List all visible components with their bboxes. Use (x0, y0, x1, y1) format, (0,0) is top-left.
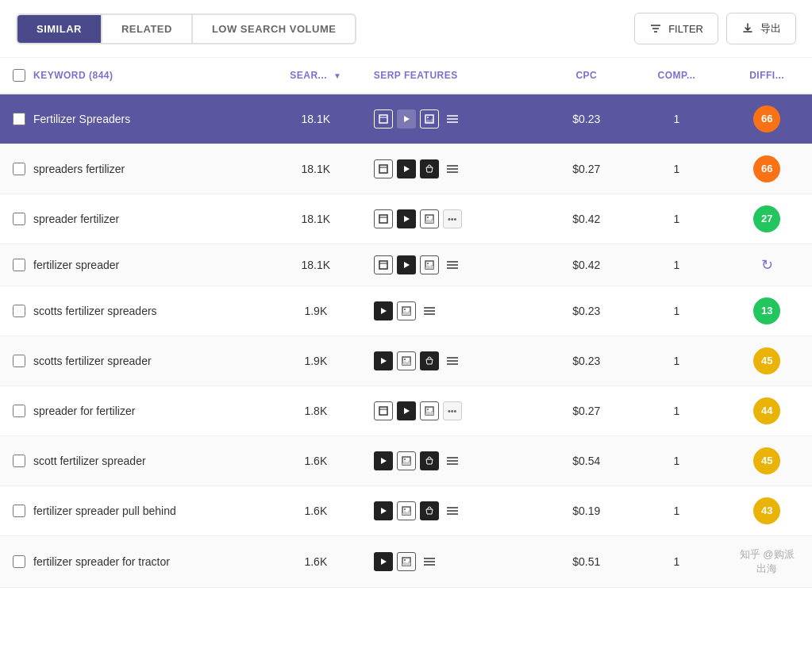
row-checkbox[interactable] (13, 259, 25, 271)
serp-features-cell (374, 109, 529, 129)
serp-list-icon (443, 255, 462, 274)
diff-loading-icon: ↻ (761, 257, 773, 273)
tab-group: SIMILAR RELATED LOW SEARCH VOLUME (16, 13, 356, 44)
comp-header: COMP... (632, 58, 722, 94)
serp-list-icon (443, 351, 462, 370)
filter-label: FILTER (668, 23, 703, 35)
search-volume-cell: 18.1K (271, 94, 361, 144)
action-group: FILTER 导出 (634, 13, 796, 44)
table-row: fertilizer spreader 18.1K $0.42 1 ↻ (0, 244, 812, 286)
row-checkbox[interactable] (13, 305, 25, 317)
search-volume-cell: 1.6K (271, 486, 361, 536)
table-row: spreader fertilizer 18.1K ••• $0.42 1 27 (0, 194, 812, 244)
svg-point-46 (427, 409, 429, 410)
diff-badge: 27 (753, 205, 780, 232)
serp-features-cell (374, 255, 529, 274)
serp-image-icon (397, 301, 416, 320)
serp-video-icon (374, 301, 393, 320)
sort-arrow-icon: ▼ (333, 71, 341, 80)
row-checkbox[interactable] (13, 405, 25, 417)
svg-rect-11 (379, 165, 387, 173)
serp-box-icon (374, 255, 393, 274)
comp-cell: 1 (632, 286, 722, 336)
diff-badge: 66 (753, 155, 780, 182)
keyword-text: spreader for fertilizer (33, 405, 135, 417)
svg-marker-53 (381, 508, 387, 514)
comp-cell: 1 (632, 486, 722, 536)
cpc-cell: $0.42 (541, 244, 632, 286)
diff-cell: 27 (722, 194, 812, 244)
keyword-text: scott fertilizer spreader (33, 455, 146, 467)
table-row: scotts fertilizer spreaders 1.9K $0.23 1… (0, 286, 812, 336)
highlighted-table-row: Fertilizer Spreaders 18.1K $0.23 1 66 (0, 94, 812, 144)
svg-marker-44 (404, 408, 410, 414)
search-volume-cell: 1.9K (271, 286, 361, 336)
row-checkbox[interactable] (13, 555, 25, 568)
tab-similar[interactable]: SIMILAR (17, 15, 102, 43)
cpc-cell: $0.23 (541, 286, 632, 336)
svg-point-21 (427, 217, 429, 218)
svg-rect-17 (379, 215, 387, 223)
svg-marker-19 (404, 216, 410, 222)
comp-cell: 1 (632, 386, 722, 436)
table-row: spreaders fertilizer 18.1K $0.27 1 66 (0, 144, 812, 194)
table-row: scotts fertilizer spreader 1.9K $0.23 1 … (0, 336, 812, 386)
diff-cell: 45 (722, 336, 812, 386)
tab-low-search-volume[interactable]: LOW SEARCH VOLUME (193, 15, 356, 43)
serp-list-icon (443, 159, 462, 178)
cpc-cell: $0.23 (541, 336, 632, 386)
table-row: scott fertilizer spreader 1.6K $0.54 1 4… (0, 436, 812, 486)
keyword-header: KEYWORD (844) (33, 70, 114, 81)
comp-cell: 1 (632, 436, 722, 486)
svg-point-32 (404, 309, 406, 310)
svg-marker-47 (381, 458, 387, 464)
serp-shopping-icon (420, 159, 439, 178)
svg-marker-30 (381, 308, 387, 314)
cpc-cell: $0.23 (541, 94, 632, 144)
filter-button[interactable]: FILTER (634, 13, 718, 44)
serp-image-icon (420, 109, 439, 129)
row-checkbox[interactable] (13, 505, 25, 517)
keyword-text: Fertilizer Spreaders (33, 113, 130, 125)
export-icon (741, 22, 754, 35)
keyword-text: scotts fertilizer spreader (33, 355, 152, 367)
keyword-text: fertilizer spreader (33, 259, 119, 271)
tab-related[interactable]: RELATED (102, 15, 193, 43)
export-button[interactable]: 导出 (726, 13, 796, 44)
comp-cell: 1 (632, 336, 722, 386)
serp-image-icon (397, 351, 416, 370)
row-checkbox[interactable] (13, 113, 25, 125)
serp-image-icon (397, 451, 416, 470)
svg-point-55 (404, 508, 406, 510)
serp-video-icon (397, 159, 416, 178)
diff-cell: 43 (722, 486, 812, 536)
serp-box-icon (374, 401, 393, 420)
serp-features-cell (374, 451, 529, 470)
serp-video-icon (397, 255, 416, 274)
search-vol-header[interactable]: SEAR... ▼ (271, 58, 361, 94)
serp-more-icon: ••• (443, 401, 462, 420)
svg-marker-24 (404, 262, 410, 268)
row-checkbox[interactable] (13, 213, 25, 225)
watermark-text: 知乎 @购派出海 (734, 547, 799, 576)
table-row: spreader for fertilizer 1.8K ••• $0.27 1… (0, 386, 812, 436)
serp-image-icon (420, 255, 439, 274)
row-checkbox[interactable] (13, 355, 25, 367)
search-volume-cell: 18.1K (271, 144, 361, 194)
serp-features-cell (374, 159, 529, 178)
row-checkbox[interactable] (13, 163, 25, 175)
keyword-text: fertilizer spreader pull behind (33, 505, 176, 517)
export-label: 导出 (760, 21, 781, 36)
svg-rect-42 (379, 407, 387, 415)
row-checkbox[interactable] (13, 455, 25, 467)
serp-more-icon: ••• (443, 209, 462, 228)
cpc-cell: $0.54 (541, 436, 632, 486)
serp-features-cell: ••• (374, 401, 529, 420)
diff-badge: 45 (753, 447, 780, 474)
diff-badge: 13 (753, 297, 780, 324)
diff-cell: 66 (722, 94, 812, 144)
search-volume-cell: 1.8K (271, 386, 361, 436)
select-all-checkbox[interactable] (13, 69, 25, 82)
svg-marker-36 (381, 358, 387, 364)
keyword-table: KEYWORD (844) SEAR... ▼ SERP FEATURES CP… (0, 58, 812, 588)
